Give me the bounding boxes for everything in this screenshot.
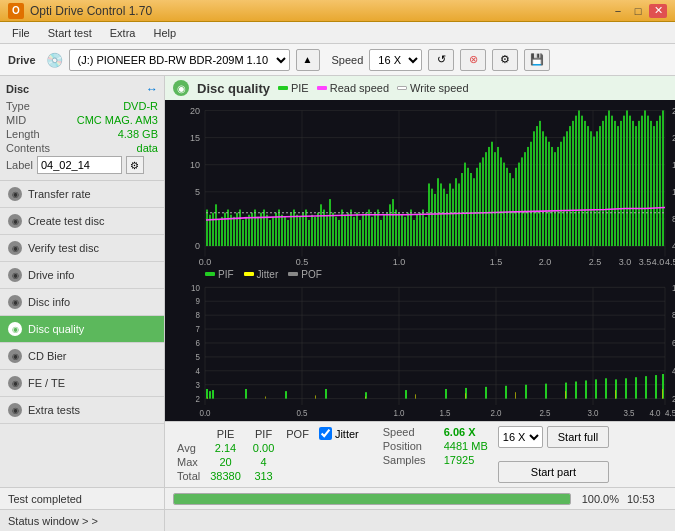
status-window-toggle[interactable]: Status window > > [0,510,165,531]
sidebar-item-disc-info[interactable]: ◉ Disc info [0,289,164,316]
legend-pif-dot [205,272,215,276]
svg-rect-62 [290,213,292,246]
stats-max-pie: 20 [204,455,247,469]
legend-read-label: Read speed [330,82,389,94]
menu-extra[interactable]: Extra [102,25,144,41]
refresh-button[interactable]: ↺ [428,49,454,71]
status-percentage: 100.0% [579,493,619,505]
svg-rect-56 [272,217,274,246]
svg-text:2.0: 2.0 [490,408,501,417]
sidebar-item-extra-tests[interactable]: ◉ Extra tests [0,397,164,424]
svg-rect-158 [578,110,580,246]
legend-pif: PIF [205,269,234,280]
svg-rect-242 [575,381,577,398]
svg-rect-87 [365,213,367,246]
minimize-button[interactable]: − [609,4,627,18]
svg-rect-139 [521,157,523,246]
speed-value: 6.06 X [444,426,476,438]
legend-write-speed: Write speed [397,82,469,94]
disc-refresh-icon[interactable]: ↔ [146,82,158,96]
svg-rect-75 [329,199,331,246]
svg-rect-104 [416,215,418,246]
svg-text:9: 9 [196,297,201,306]
svg-rect-159 [581,116,583,246]
svg-text:10: 10 [191,283,200,292]
create-test-disc-icon: ◉ [8,214,22,228]
save-button[interactable]: 💾 [524,49,550,71]
svg-rect-168 [608,110,610,246]
legend-read-speed: Read speed [317,82,389,94]
svg-rect-160 [584,121,586,246]
status-window-bar: Status window > > [0,509,675,531]
svg-rect-171 [617,126,619,246]
svg-rect-101 [407,213,409,246]
disc-contents-value: data [137,142,158,154]
progress-bar-inner [174,494,570,504]
stats-avg-pie: 2.14 [204,441,247,455]
speed-select[interactable]: 16 X Max 2 X 4 X 8 X 12 X [369,49,422,71]
svg-text:3: 3 [196,381,201,390]
stats-max-label: Max [173,455,204,469]
disc-type-value: DVD-R [123,100,158,112]
disc-label-input[interactable] [37,156,122,174]
drive-label: Drive [8,54,36,66]
close-button[interactable]: ✕ [649,4,667,18]
sidebar-item-drive-info[interactable]: ◉ Drive info [0,262,164,289]
menu-help[interactable]: Help [145,25,184,41]
svg-rect-76 [332,213,334,246]
jitter-checkbox[interactable] [319,427,332,440]
copy-button[interactable]: ⚙ [492,49,518,71]
svg-rect-85 [359,220,361,246]
stats-total-pif: 313 [247,469,280,483]
sidebar-item-cd-bier[interactable]: ◉ CD Bier [0,343,164,370]
chart-header-icon: ◉ [173,80,189,96]
sidebar-item-label: CD Bier [28,350,67,362]
svg-rect-232 [325,389,327,399]
start-part-button[interactable]: Start part [498,461,609,483]
svg-text:4.0: 4.0 [652,257,665,267]
svg-rect-253 [265,396,266,398]
svg-text:15: 15 [190,133,200,143]
svg-rect-58 [278,210,280,247]
svg-rect-100 [404,217,406,246]
drive-select[interactable]: (J:) PIONEER BD-RW BDR-209M 1.10 [69,49,290,71]
legend-write-dot [397,86,407,90]
svg-rect-154 [566,131,568,246]
svg-rect-234 [405,390,407,399]
svg-rect-177 [635,126,637,246]
eject-button[interactable]: ▲ [296,49,320,71]
svg-text:2: 2 [196,395,201,404]
svg-rect-138 [518,163,520,246]
stats-total-pof [280,469,315,483]
start-full-button[interactable]: Start full [547,426,609,448]
clear-button[interactable]: ⊗ [460,49,486,71]
sidebar-item-fe-te[interactable]: ◉ FE / TE [0,370,164,397]
svg-rect-84 [356,213,358,246]
svg-rect-254 [315,395,316,398]
svg-rect-71 [317,213,319,246]
svg-rect-144 [536,126,538,246]
disc-label-button[interactable]: ⚙ [126,156,144,174]
chart-panel: ◉ Disc quality PIE Read speed Write spee… [165,76,675,487]
svg-rect-120 [464,163,466,246]
speed-dropdown[interactable]: 16 X Max [498,426,543,448]
svg-text:5: 5 [196,353,201,362]
sidebar-item-transfer-rate[interactable]: ◉ Transfer rate [0,181,164,208]
app-title: Opti Drive Control 1.70 [30,4,152,18]
sidebar-item-disc-quality[interactable]: ◉ Disc quality [0,316,164,343]
svg-rect-125 [479,163,481,246]
svg-rect-228 [209,391,211,398]
svg-rect-86 [362,215,364,246]
svg-text:1.0: 1.0 [393,408,404,417]
sidebar-item-verify-test-disc[interactable]: ◉ Verify test disc [0,235,164,262]
menu-file[interactable]: File [4,25,38,41]
svg-rect-112 [440,183,442,246]
chart-header: ◉ Disc quality PIE Read speed Write spee… [165,76,675,100]
stats-area: PIE PIF POF Jitter Avg 2.14 0.00 [165,421,675,487]
svg-rect-230 [245,389,247,399]
maximize-button[interactable]: □ [629,4,647,18]
svg-rect-155 [569,126,571,246]
sidebar-item-create-test-disc[interactable]: ◉ Create test disc [0,208,164,235]
svg-rect-135 [509,173,511,246]
menu-start-test[interactable]: Start test [40,25,100,41]
